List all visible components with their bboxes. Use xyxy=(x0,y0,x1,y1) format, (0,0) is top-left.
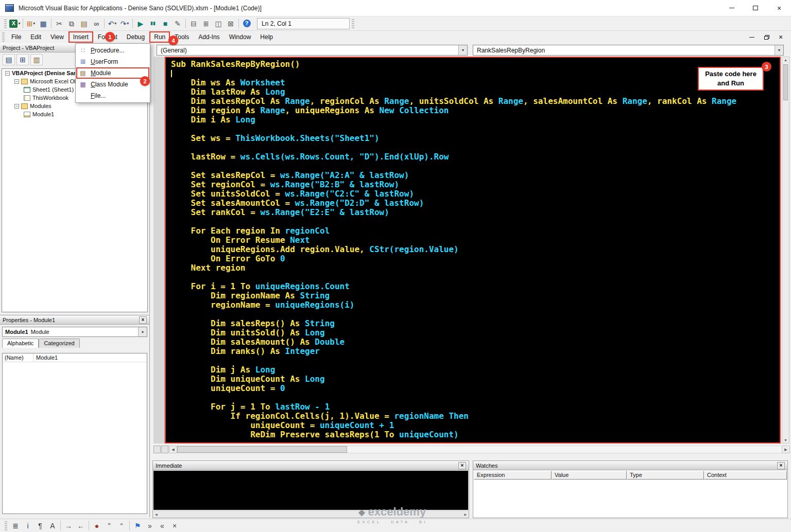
object-browser-icon[interactable]: ◫ xyxy=(212,18,225,29)
watches-column-type[interactable]: Type xyxy=(627,471,704,480)
view-object-icon[interactable]: ⊞ xyxy=(16,54,29,65)
save-icon[interactable]: ▦ xyxy=(37,18,49,29)
reset-icon[interactable]: ■ xyxy=(159,18,171,29)
tree-item[interactable]: −Modules xyxy=(2,102,147,110)
comment-block-icon-glyph: ” xyxy=(108,522,111,529)
run-icon[interactable]: ▶ xyxy=(134,18,147,29)
view-code-icon[interactable]: ▤ xyxy=(3,54,15,65)
insert-menu-item-procedure[interactable]: ∷Procedure... xyxy=(76,45,149,56)
code-line xyxy=(171,217,736,226)
properties-tabs: Alphabetic Categorized xyxy=(2,339,147,348)
insert-userform-icon[interactable]: ⊞▾ xyxy=(25,18,37,29)
menu-item-run[interactable]: Run xyxy=(149,31,170,43)
scroll-right-icon[interactable]: ▶ xyxy=(464,512,467,516)
toolbar-grip[interactable] xyxy=(4,19,7,28)
mdi-restore-button[interactable] xyxy=(760,32,772,42)
redo-icon[interactable]: ↷▾ xyxy=(118,18,131,29)
indent-icon[interactable]: → xyxy=(62,520,75,531)
tree-item[interactable]: Module1 xyxy=(2,110,147,118)
mdi-close-button[interactable]: × xyxy=(775,32,787,42)
watches-column-value[interactable]: Value xyxy=(552,471,627,480)
previous-bookmark-icon[interactable]: « xyxy=(156,520,168,531)
insert-menu-item-userform[interactable]: ⊞UserForm xyxy=(76,56,149,67)
project-explorer-icon[interactable]: ⊟ xyxy=(187,18,200,29)
toggle-breakpoint-icon[interactable]: ● xyxy=(91,520,103,531)
break-icon[interactable]: ▮▮ xyxy=(147,18,159,29)
toolbar-grip[interactable] xyxy=(5,521,7,530)
properties-panel: Properties - Module1 × Module1 Module ▾ … xyxy=(0,315,150,517)
properties-object-selector[interactable]: Module1 Module ▾ xyxy=(2,327,147,337)
menu-item-window[interactable]: Window xyxy=(225,31,256,43)
margin-indicator-bar[interactable] xyxy=(153,57,165,444)
split-handle[interactable] xyxy=(153,446,161,453)
cut-icon[interactable]: ✂ xyxy=(53,18,65,29)
quick-info-icon[interactable]: i xyxy=(22,520,34,531)
toggle-folders-icon[interactable]: ▥ xyxy=(30,54,43,65)
paste-icon[interactable]: ▤ xyxy=(78,18,90,29)
parameter-info-icon[interactable]: ¶ xyxy=(34,520,46,531)
toolbox-icon[interactable]: ⊠ xyxy=(225,18,237,29)
procedure-dropdown[interactable]: RankSalesRepByRegion ▾ xyxy=(473,45,784,56)
outdent-icon[interactable]: ← xyxy=(75,520,87,531)
collapse-icon[interactable]: − xyxy=(14,79,19,84)
collapse-icon[interactable]: − xyxy=(14,104,19,109)
tab-categorized[interactable]: Categorized xyxy=(39,339,79,348)
watches-column-context[interactable]: Context xyxy=(704,471,787,480)
complete-word-icon[interactable]: A xyxy=(46,520,59,531)
scroll-down-icon[interactable]: ▼ xyxy=(784,438,787,442)
tab-alphabetic[interactable]: Alphabetic xyxy=(2,339,39,348)
watches-close-button[interactable]: × xyxy=(777,462,785,469)
scrollbar-track[interactable] xyxy=(177,446,782,453)
menu-item-debug[interactable]: Debug xyxy=(122,31,149,43)
list-properties-icon[interactable]: ≣ xyxy=(9,520,22,531)
scroll-up-icon[interactable]: ▲ xyxy=(784,58,787,62)
properties-window-icon[interactable]: ≣ xyxy=(200,18,212,29)
insert-menu-item-file[interactable]: File... xyxy=(76,90,149,101)
design-mode-icon[interactable]: ✎ xyxy=(171,18,184,29)
menu-item-file[interactable]: File xyxy=(7,31,26,43)
dropdown-arrow-icon[interactable]: ▾ xyxy=(138,327,147,336)
immediate-content[interactable] xyxy=(153,471,468,510)
help-icon[interactable]: ? xyxy=(240,18,253,29)
property-value[interactable]: Module1 xyxy=(33,354,60,361)
next-bookmark-icon[interactable]: » xyxy=(144,520,156,531)
property-row[interactable]: (Name) Module1 xyxy=(3,353,147,362)
object-dropdown[interactable]: (General) ▾ xyxy=(157,45,468,56)
menu-item-insert[interactable]: Insert xyxy=(68,31,93,43)
watches-content[interactable] xyxy=(474,480,787,517)
scrollbar-thumb[interactable] xyxy=(177,446,347,453)
split-handle[interactable] xyxy=(161,446,168,453)
collapse-icon[interactable]: − xyxy=(5,71,10,76)
code-editor[interactable]: Sub RankSalesRepByRegion() Dim ws As Wor… xyxy=(165,57,781,444)
close-button[interactable]: × xyxy=(767,0,791,16)
uncomment-block-icon[interactable]: “ xyxy=(115,520,128,531)
menu-item-edit[interactable]: Edit xyxy=(26,31,46,43)
mdi-minimize-button[interactable] xyxy=(746,32,758,42)
comment-block-icon[interactable]: ” xyxy=(103,520,115,531)
find-icon[interactable]: ∞ xyxy=(90,18,102,29)
insert-menu-item-module[interactable]: ▤Module xyxy=(76,67,149,79)
immediate-close-button[interactable]: × xyxy=(458,462,466,469)
menu-item-help[interactable]: Help xyxy=(255,31,278,43)
menu-item-view[interactable]: View xyxy=(46,31,68,43)
scroll-right-icon[interactable]: ▶ xyxy=(782,446,790,453)
toggle-bookmark-icon[interactable]: ⚑ xyxy=(131,520,144,531)
watches-column-expression[interactable]: Expression xyxy=(474,471,552,480)
menubar-grip[interactable] xyxy=(2,32,5,42)
scroll-left-icon[interactable]: ◀ xyxy=(169,446,177,453)
scrollbar-thumb[interactable] xyxy=(783,64,788,100)
maximize-button[interactable] xyxy=(744,0,767,16)
minimize-button[interactable] xyxy=(720,0,744,16)
copy-icon[interactable]: ⧉ xyxy=(65,18,78,29)
clear-bookmarks-icon[interactable]: × xyxy=(168,520,181,531)
undo-icon[interactable]: ↶▾ xyxy=(106,18,118,29)
insert-menu-item-classmodule[interactable]: ▦Class Module xyxy=(76,79,149,90)
properties-close-button[interactable]: × xyxy=(139,316,147,324)
toolbar-grip[interactable] xyxy=(352,19,354,28)
menu-item-add-ins[interactable]: Add-Ins xyxy=(194,31,224,43)
dropdown-arrow-icon[interactable]: ▾ xyxy=(775,45,783,55)
vertical-scrollbar[interactable]: ▲ ▼ xyxy=(782,57,789,444)
scroll-left-icon[interactable]: ◀ xyxy=(155,512,158,516)
dropdown-arrow-icon[interactable]: ▾ xyxy=(458,45,467,55)
view-excel-icon[interactable]: X▾ xyxy=(9,18,21,29)
